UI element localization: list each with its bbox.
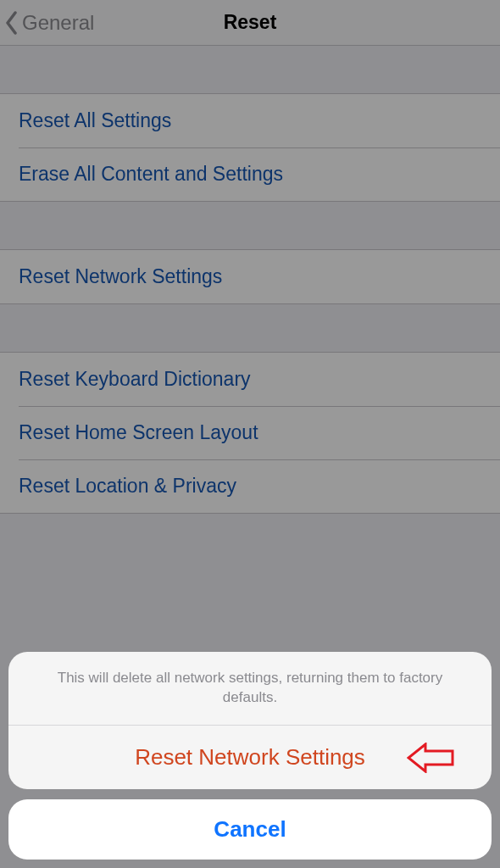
- reset-network-settings-confirm-button[interactable]: Reset Network Settings: [8, 726, 492, 789]
- destructive-action-label: Reset Network Settings: [135, 744, 365, 770]
- cancel-label: Cancel: [214, 816, 286, 842]
- action-sheet-message: This will delete all network settings, r…: [8, 652, 492, 726]
- action-sheet-panel: This will delete all network settings, r…: [8, 652, 492, 789]
- action-sheet: This will delete all network settings, r…: [8, 652, 492, 860]
- cancel-button[interactable]: Cancel: [8, 799, 492, 860]
- annotation-arrow-icon: [407, 743, 454, 773]
